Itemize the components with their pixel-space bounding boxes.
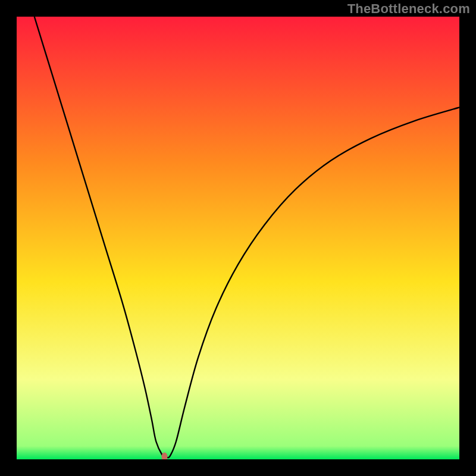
gradient-background [17,17,459,459]
watermark-text: TheBottleneck.com [347,1,470,17]
plot-area [17,17,459,459]
chart-frame: TheBottleneck.com [0,0,476,476]
bottleneck-chart [17,17,459,459]
